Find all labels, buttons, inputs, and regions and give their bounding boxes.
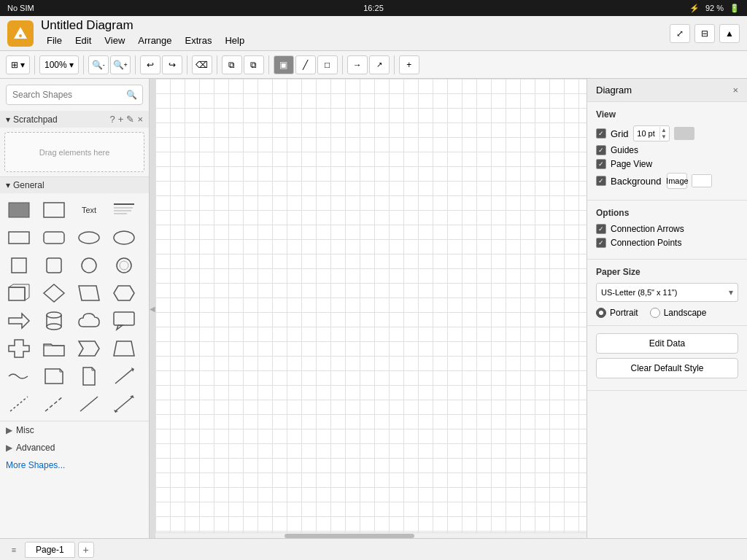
shape-callout[interactable] [109,308,139,333]
fullscreen-button[interactable]: ⤢ [670,24,690,43]
zoom-in-button[interactable]: 🔍+ [110,55,131,74]
shape-note[interactable] [39,364,69,389]
menu-arrange[interactable]: Arrange [132,33,177,48]
advanced-item[interactable]: ▶ Advanced [0,439,149,456]
undo-button[interactable]: ↩ [140,55,160,74]
misc-item[interactable]: ▶ Misc [0,421,149,439]
battery-icon: 🔋 [729,4,740,13]
shape-rectangle-outline[interactable] [39,198,69,222]
shape-chevron[interactable] [74,336,104,361]
to-front-button[interactable]: ⧉ [244,55,264,74]
shape-rectangle-filled[interactable] [4,198,34,222]
clear-default-style-button[interactable]: Clear Default Style [596,358,738,378]
shape-ellipse-wide[interactable] [74,225,104,250]
scratchpad-close-icon[interactable]: × [137,114,143,125]
zoom-dropdown[interactable]: 100% ▾ [39,55,79,74]
edit-data-button[interactable]: Edit Data [596,333,738,354]
shadow-button[interactable]: □ [317,55,338,74]
shape-cross[interactable] [4,336,34,361]
shape-square-rounded[interactable] [39,253,69,278]
landscape-option[interactable]: Landscape [650,308,707,318]
svg-point-26 [47,324,61,330]
redo-button[interactable]: ↪ [162,55,182,74]
shape-line[interactable] [74,392,104,416]
menu-help[interactable]: Help [219,33,250,48]
portrait-radio[interactable] [596,308,606,318]
menu-extras[interactable]: Extras [179,33,218,48]
shape-circle-outline[interactable] [109,253,139,278]
shape-bidirectional-arrow[interactable] [109,392,139,416]
grid-value-down[interactable]: ▼ [659,133,668,140]
shape-cylinder[interactable] [39,308,69,333]
menu-view[interactable]: View [98,33,131,48]
shape-folder[interactable] [39,336,69,361]
svg-point-16 [120,261,128,270]
line-color-button[interactable]: ╱ [295,55,316,74]
svg-rect-17 [9,287,25,300]
landscape-radio[interactable] [650,308,660,318]
menu-edit[interactable]: Edit [69,33,97,48]
portrait-option[interactable]: Portrait [596,308,638,318]
shape-dotted-diagonal[interactable] [4,392,34,416]
shape-square-sm[interactable] [4,253,34,278]
shape-parallelogram[interactable] [74,281,104,306]
view-dropdown[interactable]: ⊞ ▾ [6,55,30,74]
panel-toggle-button[interactable]: ⊟ [694,24,715,43]
pages-menu-button[interactable]: ≡ [6,542,22,558]
canvas[interactable] [155,79,587,538]
right-panel-close-button[interactable]: × [732,85,738,96]
shape-trapezoid[interactable] [109,336,139,361]
more-shapes-item[interactable]: More Shapes... [0,456,149,474]
fill-color-button[interactable]: ▣ [274,55,294,74]
general-header[interactable]: ▾ General [0,177,149,193]
background-image-button[interactable]: Image [667,173,687,189]
shape-cloud[interactable] [74,308,104,333]
guides-checkbox[interactable]: ✓ [596,145,606,155]
waypoint-button[interactable]: ↗ [369,55,390,74]
page-view-checkbox[interactable]: ✓ [596,159,606,169]
grid-checkbox[interactable]: ✓ [596,128,606,139]
horizontal-scrollbar[interactable] [155,532,587,538]
shape-rect-rounded-sm[interactable] [4,225,34,250]
shape-ellipse-narrow[interactable] [109,225,139,250]
connector-button[interactable]: → [347,55,368,74]
shape-arrow-right[interactable] [4,308,34,333]
shape-page[interactable] [74,364,104,389]
background-color-swatch[interactable] [692,174,712,187]
shape-dashed-line[interactable] [39,392,69,416]
svg-line-36 [45,397,63,411]
sidebar-divider[interactable]: ◀ [150,79,155,538]
scratchpad-add-icon[interactable]: + [118,114,124,125]
scratchpad-edit-icon[interactable]: ✎ [126,114,134,125]
grid-color-swatch[interactable] [674,127,694,140]
shape-diagonal-line[interactable] [109,364,139,389]
page-view-label: Page View [611,159,652,169]
options-section: Options ✓ Connection Arrows ✓ Connection… [587,201,747,260]
to-back-button[interactable]: ⧉ [222,55,242,74]
connection-points-checkbox[interactable]: ✓ [596,238,606,248]
scratchpad-help-icon[interactable]: ? [110,114,115,125]
shape-diamond[interactable] [39,281,69,306]
shape-wave[interactable] [4,364,34,389]
menu-file[interactable]: File [41,33,68,48]
page-1-tab[interactable]: Page-1 [25,542,75,558]
search-input[interactable] [6,85,143,105]
add-button[interactable]: + [399,55,419,74]
shape-heading[interactable] [109,198,139,222]
shape-text[interactable]: Text [74,198,104,222]
shape-hexagon[interactable] [109,281,139,306]
paper-size-dropdown[interactable]: US-Letter (8,5" x 11") ▾ [596,283,738,302]
shape-rect-3d[interactable] [4,281,34,306]
shape-circle[interactable] [74,253,104,278]
shape-rect-rounded[interactable] [39,225,69,250]
scrollbar-thumb[interactable] [285,534,414,538]
background-checkbox[interactable]: ✓ [596,176,606,186]
grid-value-up[interactable]: ▲ [659,127,668,133]
grid-value-input[interactable]: 10 pt ▲ ▼ [633,125,670,141]
collapse-panel-button[interactable]: ▲ [719,24,740,43]
delete-button[interactable]: ⌫ [192,55,212,74]
zoom-out-button[interactable]: 🔍- [88,55,109,74]
connection-arrows-checkbox[interactable]: ✓ [596,224,606,234]
add-page-button[interactable]: + [78,542,94,558]
scratchpad-header[interactable]: ▾ Scratchpad ? + ✎ × [0,111,149,128]
